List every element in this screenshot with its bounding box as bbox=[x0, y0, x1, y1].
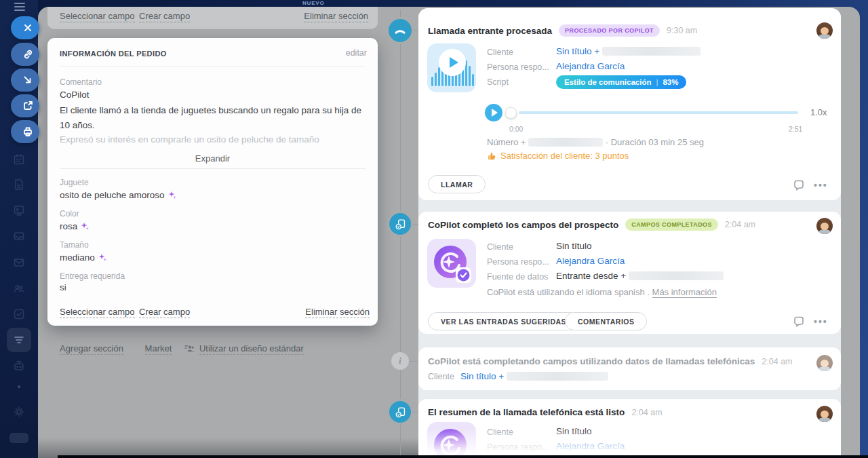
redacted-phone bbox=[507, 372, 608, 381]
delete-section-link[interactable]: Eliminar sección bbox=[304, 11, 368, 22]
market-link[interactable]: Market bbox=[145, 343, 172, 355]
standard-design-link[interactable]: Utilizar un diseño estándar bbox=[199, 343, 304, 355]
event-time: 9:30 am bbox=[667, 26, 697, 35]
add-section-link[interactable]: Agregar sección bbox=[60, 343, 123, 355]
elapsed-time: 0:00 bbox=[509, 125, 523, 133]
avatar[interactable] bbox=[816, 406, 833, 422]
client-value: Sin título + bbox=[556, 46, 701, 56]
board-icon[interactable] bbox=[12, 204, 26, 217]
team-icon[interactable] bbox=[12, 282, 26, 295]
notification-dot bbox=[18, 385, 20, 388]
editor-footer-links: Agregar sección Market Utilizar un diseñ… bbox=[60, 343, 378, 356]
ai-sparkle-icon bbox=[168, 190, 177, 202]
avatar[interactable] bbox=[816, 218, 833, 234]
open-in-new-button[interactable] bbox=[11, 94, 39, 117]
duration-text: · Duración 03 min 25 seg bbox=[606, 137, 704, 147]
call-card-header: Llamada entrante procesada PROCESADO POR… bbox=[428, 24, 697, 37]
satisfaction-text: Satisfacción del cliente: 3 puntos bbox=[500, 151, 629, 161]
responsible-link[interactable]: Alejandra García bbox=[556, 61, 625, 71]
print-button[interactable] bbox=[11, 120, 39, 143]
more-icon[interactable]: ••• bbox=[814, 180, 828, 191]
communication-style-badge[interactable]: Estilo de comunicación|83% bbox=[556, 75, 686, 89]
event-time: 2:04 am bbox=[762, 357, 792, 366]
comments-button[interactable]: COMENTARIOS bbox=[565, 312, 647, 330]
comment-text: El cliente llamó a la tienda de juguetes… bbox=[60, 103, 368, 132]
edit-link[interactable]: editar bbox=[346, 48, 367, 58]
file-icon[interactable] bbox=[12, 178, 26, 191]
client-link[interactable]: Sin título + bbox=[460, 371, 504, 381]
calendar-icon[interactable] bbox=[12, 153, 26, 166]
responsible-label: Persona respo... bbox=[487, 442, 549, 452]
more-icon[interactable]: ••• bbox=[814, 316, 828, 327]
menu-icon[interactable] bbox=[14, 3, 25, 13]
event-title: CoPilot está completando campos utilizan… bbox=[428, 356, 755, 366]
nuevo-tab[interactable]: NUEVO bbox=[302, 0, 324, 6]
ai-sparkle-icon bbox=[98, 252, 107, 265]
copilot-thumbnail bbox=[427, 422, 476, 458]
copilot-doc-event-icon bbox=[389, 213, 411, 235]
standard-design-icon bbox=[184, 343, 195, 356]
view-suggested-entries-button[interactable]: VER LAS ENTRADAS SUGERIDAS bbox=[428, 312, 579, 330]
close-button[interactable] bbox=[11, 16, 39, 39]
note-icon[interactable] bbox=[793, 179, 805, 191]
field-value[interactable]: mediano bbox=[60, 252, 95, 263]
order-info-card: INFORMACIÓN DEL PEDIDO editar Comentario… bbox=[47, 38, 378, 326]
inbox-icon[interactable] bbox=[12, 229, 26, 243]
responsible-link[interactable]: Alejandra García bbox=[556, 256, 625, 266]
avatar[interactable] bbox=[816, 355, 833, 371]
copilot-logo-icon bbox=[427, 422, 476, 458]
call-button[interactable]: LLAMAR bbox=[428, 175, 486, 193]
call-meta: Número + · Duración 03 min 25 seg bbox=[487, 137, 704, 147]
note-icon[interactable] bbox=[793, 316, 805, 328]
select-field-link[interactable]: Seleccionar campo bbox=[60, 11, 135, 22]
event-time: 2:04 am bbox=[631, 408, 662, 417]
bot-icon[interactable] bbox=[12, 359, 26, 373]
script-label: Script bbox=[487, 77, 509, 87]
client-value: Sin título bbox=[556, 426, 592, 436]
responsible-label: Persona respo... bbox=[487, 62, 549, 72]
copilot-processed-badge: PROCESADO POR COPILOT bbox=[559, 24, 660, 37]
number-label: Número + bbox=[487, 137, 526, 147]
workspace-plate-icon[interactable] bbox=[9, 433, 28, 443]
settings-icon[interactable] bbox=[12, 405, 26, 419]
audio-scrub-handle[interactable] bbox=[505, 107, 517, 119]
field-value[interactable]: si bbox=[60, 282, 66, 292]
close-icon bbox=[22, 22, 34, 34]
stats-icon[interactable] bbox=[12, 333, 26, 347]
move-in-button[interactable] bbox=[11, 69, 39, 92]
client-link[interactable]: Sin título + bbox=[556, 46, 599, 56]
select-field-link[interactable]: Seleccionar campo bbox=[60, 307, 135, 318]
mail-icon[interactable] bbox=[12, 256, 26, 269]
copilot-doc-event-icon bbox=[389, 401, 411, 423]
more-info-link[interactable]: Más información bbox=[652, 287, 717, 298]
redacted-number bbox=[629, 271, 724, 280]
delete-section-link[interactable]: Eliminar sección bbox=[305, 307, 370, 318]
redacted-phone bbox=[602, 47, 701, 56]
content-window: Seleccionar campo Crear campo Eliminar s… bbox=[38, 7, 860, 458]
responsible-link[interactable]: Alejandra García bbox=[556, 441, 625, 451]
audio-progress-track[interactable] bbox=[519, 111, 798, 114]
playback-speed[interactable]: 1.0x bbox=[810, 107, 827, 117]
event-title: Llamada entrante procesada bbox=[428, 26, 552, 36]
avatar[interactable] bbox=[816, 22, 833, 39]
client-label: Cliente bbox=[487, 47, 513, 57]
divider bbox=[60, 168, 366, 169]
event-title: El resumen de la llamada telefónica está… bbox=[428, 407, 625, 417]
create-field-link[interactable]: Crear campo bbox=[139, 307, 190, 318]
client-label: Cliente bbox=[487, 242, 513, 252]
language-note: CoPilot está utilizando el idioma spanis… bbox=[487, 287, 717, 297]
audio-play-button[interactable] bbox=[485, 104, 502, 121]
expand-button[interactable]: Expandir bbox=[47, 153, 378, 164]
field-value[interactable]: osito de peluche amoroso bbox=[60, 190, 165, 200]
window-bottom-edge bbox=[58, 455, 868, 458]
copy-link-button[interactable] bbox=[11, 43, 39, 66]
data-source-value: Entrante desde + bbox=[556, 271, 724, 281]
fields-card-header: CoPilot completó los campos del prospect… bbox=[428, 218, 755, 231]
create-field-link[interactable]: Crear campo bbox=[139, 11, 190, 22]
language-note-text: CoPilot está utilizando el idioma spanis… bbox=[487, 287, 650, 297]
field-value[interactable]: rosa bbox=[60, 221, 77, 231]
arrow-into-icon bbox=[22, 74, 34, 86]
tasks-icon[interactable] bbox=[12, 307, 26, 321]
play-icon[interactable] bbox=[439, 49, 466, 76]
call-recording-thumbnail[interactable] bbox=[427, 43, 476, 92]
